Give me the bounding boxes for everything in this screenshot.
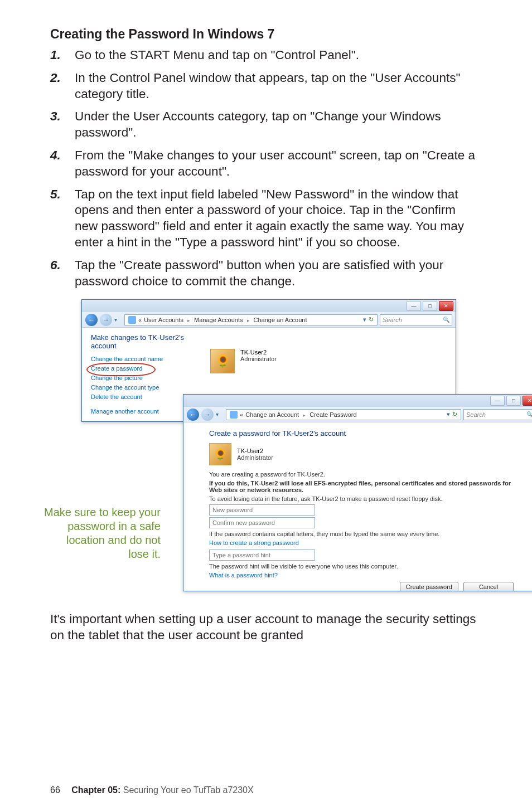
close-button[interactable]: ✕ (523, 396, 532, 406)
warning-line: If you do this, TK-User2 will lose all E… (209, 480, 514, 493)
forward-button[interactable]: → (201, 409, 214, 421)
link-change-type[interactable]: Change the account type (91, 384, 197, 391)
minimize-button[interactable]: — (407, 301, 421, 311)
breadcrumb-segment[interactable]: « (240, 411, 243, 418)
step-item: From the "Make changes to your user acco… (50, 148, 482, 180)
panel-title: Make changes to TK-User2's account (91, 333, 197, 350)
create-password-window: — □ ✕ ← → ▾ « Change an Account Create P… (183, 394, 532, 591)
step-list: Go to the START Menu and tap on "Control… (50, 47, 482, 289)
user-info: TK-User2 Administrator (240, 349, 277, 362)
addr-dropdown-icon[interactable]: ▾ (363, 316, 366, 323)
nav-toolbar: ← → ▾ « Change an Account Create Passwor… (183, 407, 532, 422)
breadcrumb-segment[interactable]: Change an Account (254, 317, 307, 323)
close-button[interactable]: ✕ (439, 301, 453, 311)
info-line: You are creating a password for TK-User2… (209, 471, 514, 478)
user-name: TK-User2 (237, 448, 273, 454)
user-role: Administrator (240, 356, 277, 362)
margin-callout: Make sure to keep your password in a saf… (43, 505, 161, 561)
link-change-name[interactable]: Change the account name (91, 356, 197, 362)
link-strong-password[interactable]: How to create a strong password (209, 539, 514, 546)
breadcrumb-segment[interactable]: Manage Accounts (194, 317, 243, 323)
link-manage-another[interactable]: Manage another account (91, 408, 197, 415)
step-item: In the Control Panel window that appears… (50, 70, 482, 103)
breadcrumb-sep-icon (301, 411, 307, 418)
search-input[interactable]: Search (463, 409, 532, 420)
user-role: Administrator (237, 454, 273, 461)
user-info: TK-User2 Administrator (237, 448, 273, 461)
caps-note: If the password contains capital letters… (209, 531, 514, 537)
link-delete-account[interactable]: Delete the account (91, 393, 197, 400)
dialog-title: Create a password for TK-User2's account (209, 429, 514, 437)
screenshot-group: — □ ✕ ← → ▾ « User Accounts Manage Accou… (50, 299, 482, 595)
refresh-icon[interactable]: ↻ (369, 316, 374, 323)
titlebar: — □ ✕ (183, 395, 532, 407)
location-icon (128, 316, 136, 324)
nav-toolbar: ← → ▾ « User Accounts Manage Accounts Ch… (82, 312, 456, 328)
breadcrumb-segment[interactable]: Create Password (309, 411, 356, 418)
back-button[interactable]: ← (187, 409, 199, 421)
password-hint-input[interactable] (209, 550, 315, 561)
breadcrumb-sep-icon (186, 317, 192, 323)
link-create-password[interactable]: Create a password (91, 365, 197, 372)
user-avatar-icon: 🌻 (209, 443, 231, 465)
new-password-input[interactable] (209, 504, 315, 516)
step-item: Go to the START Menu and tap on "Control… (50, 47, 482, 64)
address-bar[interactable]: « User Accounts Manage Accounts Change a… (124, 314, 378, 325)
addr-dropdown-icon[interactable]: ▾ (447, 411, 450, 418)
hint-visibility-note: The password hint will be visible to eve… (209, 563, 514, 570)
refresh-icon[interactable]: ↻ (452, 411, 457, 418)
breadcrumb-sep-icon (245, 317, 252, 323)
history-chevron-icon[interactable]: ▾ (114, 317, 122, 323)
confirm-password-input[interactable] (209, 517, 315, 528)
page-number: 66 (50, 785, 60, 795)
minimize-button[interactable]: — (490, 396, 505, 406)
cancel-button[interactable]: Cancel (463, 582, 514, 591)
maximize-button[interactable]: □ (506, 396, 521, 406)
step-item: Tap the "Create password" button when yo… (50, 257, 482, 290)
step-item: Under the User Accounts category, tap on… (50, 109, 482, 141)
back-button[interactable]: ← (85, 314, 98, 326)
section-heading: Creating the Password In Windows 7 (50, 27, 482, 42)
create-password-button[interactable]: Create password (400, 582, 458, 591)
titlebar: — □ ✕ (82, 300, 456, 312)
forward-button[interactable]: → (100, 314, 112, 326)
search-input[interactable]: Search (380, 314, 452, 325)
user-name: TK-User2 (240, 349, 277, 356)
breadcrumb-segment[interactable]: « (138, 317, 142, 323)
breadcrumb-segment[interactable]: Change an Account (245, 411, 299, 418)
user-avatar-icon: 🌻 (210, 349, 235, 373)
history-chevron-icon[interactable]: ▾ (216, 411, 224, 417)
chapter-title: Securing Your eo TufTab a7230X (120, 785, 253, 795)
address-bar[interactable]: « Change an Account Create Password ▾ ↻ (226, 409, 461, 420)
info-line: To avoid losing data in the future, ask … (209, 495, 514, 502)
breadcrumb-segment[interactable]: User Accounts (144, 317, 183, 323)
location-icon (230, 411, 238, 419)
chapter-label: Chapter 05: (71, 785, 120, 795)
page-footer: 66 Chapter 05: Securing Your eo TufTab a… (50, 785, 254, 795)
step-item: Tap on the text input field labeled "New… (50, 187, 482, 251)
task-link-list: Change the account name Create a passwor… (91, 356, 197, 415)
body-paragraph: It's important when setting up a user ac… (50, 611, 482, 644)
link-what-is-hint[interactable]: What is a password hint? (209, 572, 514, 578)
maximize-button[interactable]: □ (423, 301, 437, 311)
